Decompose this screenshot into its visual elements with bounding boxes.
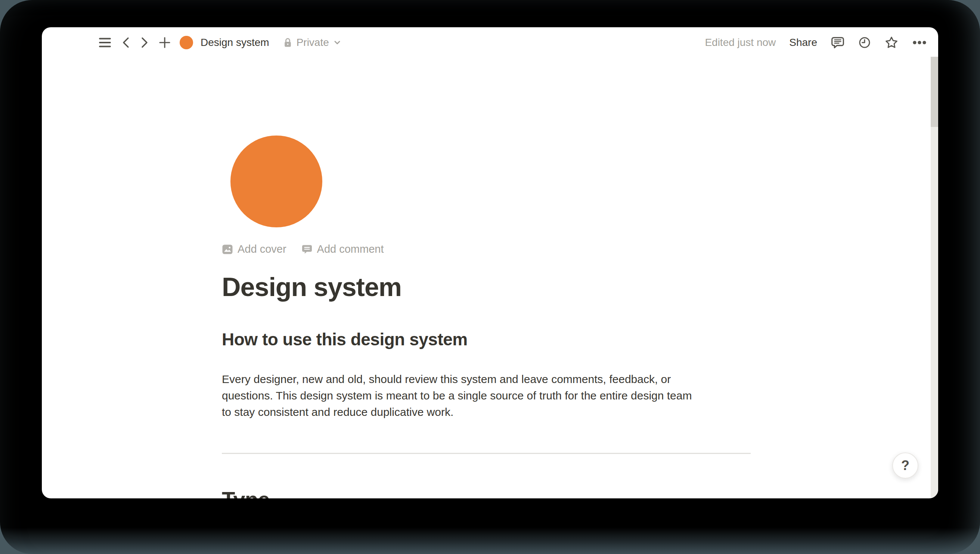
section-heading[interactable]: How to use this design system bbox=[222, 328, 468, 350]
next-section-heading[interactable]: Type bbox=[222, 486, 270, 498]
page-icon[interactable] bbox=[230, 135, 322, 228]
page-title[interactable]: Design system bbox=[222, 271, 402, 303]
add-cover-button[interactable]: Add cover bbox=[222, 243, 287, 255]
add-comment-button[interactable]: Add comment bbox=[301, 243, 384, 255]
page-meta-actions: Add cover Add comment bbox=[222, 243, 384, 255]
screen-backdrop: Design system Private bbox=[0, 0, 980, 554]
paragraph-line: Every designer, new and old, should revi… bbox=[222, 371, 782, 387]
image-icon bbox=[222, 244, 233, 255]
page-content: Add cover Add comment Design system How … bbox=[42, 27, 938, 498]
divider-block bbox=[222, 453, 751, 454]
paragraph-line: questions. This design system is meant t… bbox=[222, 387, 782, 404]
paragraph-line: to stay consistent and reduce duplicativ… bbox=[222, 404, 782, 420]
add-cover-label: Add cover bbox=[237, 243, 287, 255]
vertical-scrollbar-thumb[interactable] bbox=[931, 57, 938, 127]
intro-paragraph[interactable]: Every designer, new and old, should revi… bbox=[222, 371, 782, 420]
comment-icon bbox=[301, 244, 312, 255]
help-button[interactable]: ? bbox=[892, 452, 918, 479]
add-comment-label: Add comment bbox=[317, 243, 384, 255]
vertical-scrollbar-track[interactable] bbox=[931, 57, 938, 497]
notion-window: Design system Private bbox=[42, 27, 938, 498]
